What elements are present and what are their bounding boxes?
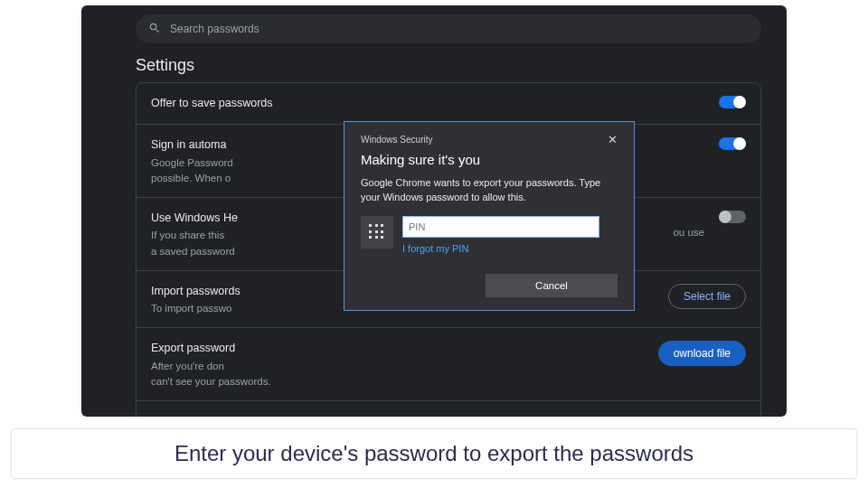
- row-export: Export password After you're don can't s…: [137, 328, 760, 401]
- row-title: Export password: [151, 339, 644, 358]
- row-title: Offer to save passwords: [151, 94, 704, 113]
- windows-security-dialog: Windows Security ✕ Making sure it's you …: [344, 121, 635, 311]
- row-add-shortcut[interactable]: Add shortcut To get here quicker, add a …: [137, 401, 760, 417]
- search-icon: [148, 22, 161, 37]
- download-file-button[interactable]: ownload file: [658, 341, 746, 366]
- close-icon[interactable]: ✕: [608, 133, 618, 146]
- row-desc-suffix: ou use: [673, 225, 704, 240]
- search-input[interactable]: Search passwords: [136, 14, 761, 43]
- dialog-message: Google Chrome wants to export your passw…: [361, 176, 618, 205]
- row-offer-save: Offer to save passwords: [137, 83, 760, 125]
- screenshot-frame: Search passwords Settings Offer to save …: [81, 5, 787, 417]
- pin-input[interactable]: [402, 216, 599, 238]
- caption: Enter your device's password to export t…: [11, 428, 857, 479]
- page-title: Settings: [136, 56, 787, 75]
- dialog-header: Windows Security: [361, 135, 432, 145]
- toggle-signin-auto[interactable]: [719, 137, 746, 150]
- row-desc: can't see your passwords.: [151, 374, 644, 389]
- toggle-offer-save[interactable]: [719, 96, 746, 108]
- cancel-button[interactable]: Cancel: [486, 274, 618, 297]
- toggle-windows-hello[interactable]: [719, 211, 746, 223]
- select-file-button[interactable]: Select file: [668, 284, 746, 309]
- pin-keypad-icon[interactable]: [361, 216, 393, 249]
- forgot-pin-link[interactable]: I forgot my PIN: [402, 243, 599, 254]
- row-desc: After you're don: [151, 359, 644, 374]
- password-manager-screen: Search passwords Settings Offer to save …: [81, 5, 787, 417]
- caption-text: Enter your device's password to export t…: [175, 441, 693, 466]
- dialog-title: Making sure it's you: [361, 152, 618, 167]
- search-placeholder: Search passwords: [170, 23, 259, 35]
- row-title: Add shortcut: [151, 412, 725, 417]
